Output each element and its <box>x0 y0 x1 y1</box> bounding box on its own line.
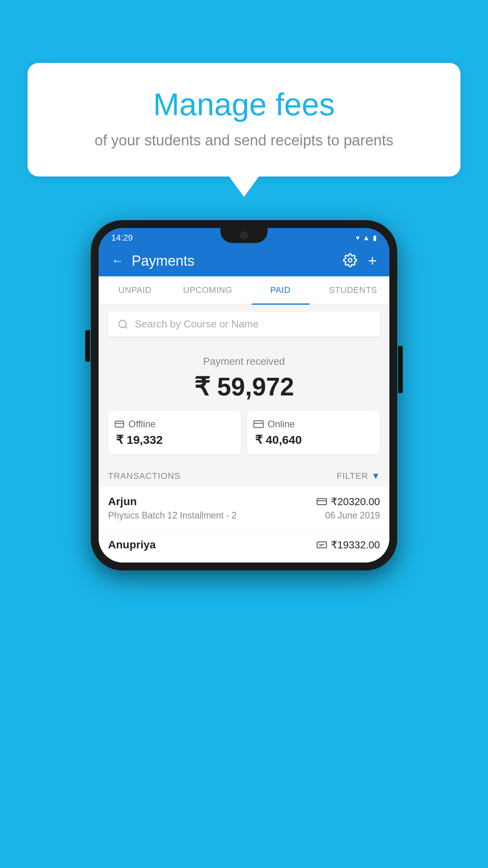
tab-upcoming[interactable]: UPCOMING <box>171 276 244 304</box>
transaction-top: Anupriya ₹19332.00 <box>108 539 380 551</box>
app-bar-right: + <box>343 252 377 269</box>
offline-card-header: Offline <box>114 419 156 430</box>
offline-amount: ₹ 19,332 <box>114 433 163 447</box>
svg-line-2 <box>125 326 127 328</box>
card-payment-icon <box>317 498 327 506</box>
phone-inner: 14:29 ▾ ▲ ▮ ← Payments <box>99 228 389 563</box>
svg-point-0 <box>348 258 352 262</box>
search-container: Search by Course or Name <box>99 305 389 344</box>
front-camera <box>240 232 248 239</box>
transaction-course: Physics Batch 12 Installment - 2 <box>108 510 237 521</box>
app-bar: ← Payments + <box>99 245 389 276</box>
transaction-row[interactable]: Arjun ₹20320.00 Physics Batch 12 Install… <box>99 487 389 530</box>
phone-mockup: 14:29 ▾ ▲ ▮ ← Payments <box>91 220 397 570</box>
transaction-top: Arjun ₹20320.00 <box>108 495 380 508</box>
transaction-name: Anupriya <box>108 539 156 551</box>
transactions-header: TRANSACTIONS FILTER ▼ <box>99 464 389 487</box>
online-card: Online ₹ 40,640 <box>247 411 380 454</box>
offline-card: Offline ₹ 19,332 <box>108 411 241 454</box>
app-bar-title: Payments <box>132 253 194 269</box>
online-icon <box>253 419 264 429</box>
transaction-bottom: Physics Batch 12 Installment - 2 06 June… <box>108 510 380 521</box>
svg-rect-6 <box>254 421 263 427</box>
tabs-bar: UNPAID UPCOMING PAID STUDENTS <box>99 276 389 305</box>
offline-label: Offline <box>128 419 156 430</box>
transaction-row[interactable]: Anupriya ₹19332.00 <box>99 530 389 563</box>
settings-button[interactable] <box>343 253 357 269</box>
transactions-label: TRANSACTIONS <box>108 471 180 481</box>
payment-summary: Payment received ₹ 59,972 Offline <box>99 344 389 464</box>
search-input[interactable]: Search by Course or Name <box>135 318 259 330</box>
status-time: 14:29 <box>111 233 133 243</box>
online-label: Online <box>268 419 295 430</box>
transaction-amount: ₹19332.00 <box>331 539 380 551</box>
battery-icon: ▮ <box>373 234 377 242</box>
transaction-amount-row: ₹19332.00 <box>317 539 380 551</box>
tab-students[interactable]: STUDENTS <box>317 276 389 304</box>
back-button[interactable]: ← <box>111 254 124 268</box>
transaction-name: Arjun <box>108 495 137 508</box>
payment-cards: Offline ₹ 19,332 Online ₹ <box>108 411 380 454</box>
svg-rect-8 <box>317 498 327 504</box>
tab-unpaid[interactable]: UNPAID <box>99 276 171 304</box>
payment-received-label: Payment received <box>108 355 380 368</box>
wifi-icon: ▾ <box>356 234 360 242</box>
bubble-title: Manage fees <box>47 86 441 123</box>
phone-notch <box>220 228 268 243</box>
add-button[interactable]: + <box>368 252 377 269</box>
svg-point-1 <box>119 320 127 327</box>
online-amount: ₹ 40,640 <box>253 433 302 447</box>
cash-payment-icon <box>317 541 327 549</box>
offline-icon <box>114 419 125 429</box>
filter-label: FILTER <box>337 471 368 481</box>
status-icons: ▾ ▲ ▮ <box>356 234 377 242</box>
signal-icon: ▲ <box>363 234 370 242</box>
phone-outer: 14:29 ▾ ▲ ▮ ← Payments <box>91 220 397 570</box>
transaction-amount: ₹20320.00 <box>331 496 380 508</box>
search-box[interactable]: Search by Course or Name <box>108 312 380 337</box>
svg-rect-10 <box>317 542 327 548</box>
transaction-amount-row: ₹20320.00 <box>317 496 380 508</box>
online-card-header: Online <box>253 419 295 430</box>
filter-icon: ▼ <box>371 471 380 481</box>
svg-rect-3 <box>115 421 124 427</box>
filter-container[interactable]: FILTER ▼ <box>337 471 380 481</box>
tab-paid[interactable]: PAID <box>244 276 317 304</box>
transaction-date: 06 June 2019 <box>325 510 380 521</box>
bubble-subtitle: of your students and send receipts to pa… <box>47 132 441 149</box>
search-icon <box>117 319 128 330</box>
app-bar-left: ← Payments <box>111 253 194 269</box>
speech-bubble: Manage fees of your students and send re… <box>28 63 460 177</box>
payment-total-amount: ₹ 59,972 <box>108 372 380 401</box>
